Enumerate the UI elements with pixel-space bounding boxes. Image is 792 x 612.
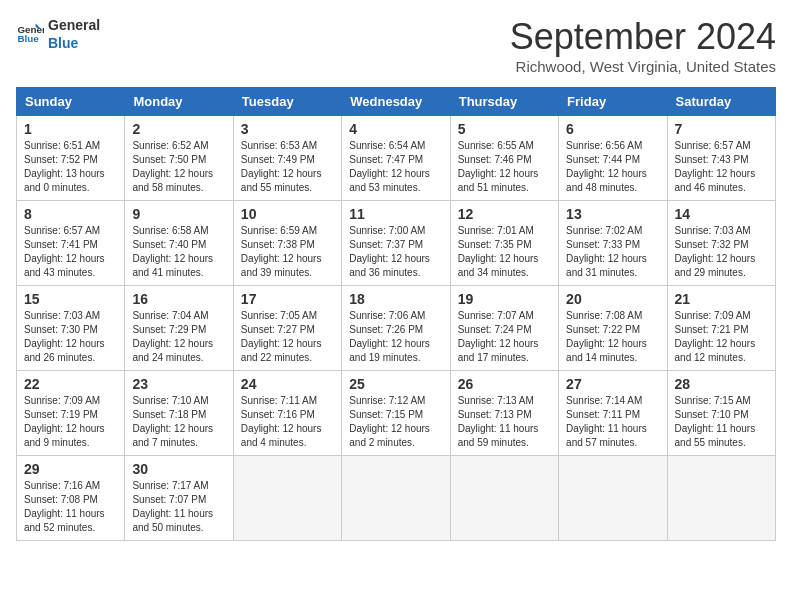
day-cell-25: 25Sunrise: 7:12 AMSunset: 7:15 PMDayligh… [342, 371, 450, 456]
day-number: 7 [675, 121, 768, 137]
day-number: 8 [24, 206, 117, 222]
day-number: 23 [132, 376, 225, 392]
day-number: 10 [241, 206, 334, 222]
day-cell-16: 16Sunrise: 7:04 AMSunset: 7:29 PMDayligh… [125, 286, 233, 371]
page-header: General Blue General Blue September 2024… [16, 16, 776, 75]
day-number: 14 [675, 206, 768, 222]
col-header-sunday: Sunday [17, 88, 125, 116]
day-detail: Sunrise: 7:01 AMSunset: 7:35 PMDaylight:… [458, 225, 539, 278]
day-cell-4: 4Sunrise: 6:54 AMSunset: 7:47 PMDaylight… [342, 116, 450, 201]
day-detail: Sunrise: 6:54 AMSunset: 7:47 PMDaylight:… [349, 140, 430, 193]
day-number: 2 [132, 121, 225, 137]
empty-cell [667, 456, 775, 541]
empty-cell [559, 456, 667, 541]
logo-line2: Blue [48, 34, 100, 52]
day-cell-2: 2Sunrise: 6:52 AMSunset: 7:50 PMDaylight… [125, 116, 233, 201]
day-detail: Sunrise: 6:59 AMSunset: 7:38 PMDaylight:… [241, 225, 322, 278]
col-header-saturday: Saturday [667, 88, 775, 116]
day-detail: Sunrise: 7:03 AMSunset: 7:30 PMDaylight:… [24, 310, 105, 363]
day-cell-14: 14Sunrise: 7:03 AMSunset: 7:32 PMDayligh… [667, 201, 775, 286]
day-detail: Sunrise: 7:14 AMSunset: 7:11 PMDaylight:… [566, 395, 647, 448]
day-cell-15: 15Sunrise: 7:03 AMSunset: 7:30 PMDayligh… [17, 286, 125, 371]
day-cell-18: 18Sunrise: 7:06 AMSunset: 7:26 PMDayligh… [342, 286, 450, 371]
day-detail: Sunrise: 6:52 AMSunset: 7:50 PMDaylight:… [132, 140, 213, 193]
day-number: 19 [458, 291, 551, 307]
day-number: 9 [132, 206, 225, 222]
day-number: 13 [566, 206, 659, 222]
day-detail: Sunrise: 6:57 AMSunset: 7:41 PMDaylight:… [24, 225, 105, 278]
day-cell-6: 6Sunrise: 6:56 AMSunset: 7:44 PMDaylight… [559, 116, 667, 201]
day-cell-7: 7Sunrise: 6:57 AMSunset: 7:43 PMDaylight… [667, 116, 775, 201]
day-detail: Sunrise: 7:08 AMSunset: 7:22 PMDaylight:… [566, 310, 647, 363]
day-detail: Sunrise: 6:53 AMSunset: 7:49 PMDaylight:… [241, 140, 322, 193]
col-header-wednesday: Wednesday [342, 88, 450, 116]
day-detail: Sunrise: 6:55 AMSunset: 7:46 PMDaylight:… [458, 140, 539, 193]
day-number: 30 [132, 461, 225, 477]
empty-cell [342, 456, 450, 541]
day-cell-21: 21Sunrise: 7:09 AMSunset: 7:21 PMDayligh… [667, 286, 775, 371]
logo-line1: General [48, 16, 100, 34]
day-cell-20: 20Sunrise: 7:08 AMSunset: 7:22 PMDayligh… [559, 286, 667, 371]
col-header-friday: Friday [559, 88, 667, 116]
day-number: 16 [132, 291, 225, 307]
empty-cell [450, 456, 558, 541]
day-cell-13: 13Sunrise: 7:02 AMSunset: 7:33 PMDayligh… [559, 201, 667, 286]
day-number: 4 [349, 121, 442, 137]
day-detail: Sunrise: 6:56 AMSunset: 7:44 PMDaylight:… [566, 140, 647, 193]
logo-icon: General Blue [16, 20, 44, 48]
day-detail: Sunrise: 7:10 AMSunset: 7:18 PMDaylight:… [132, 395, 213, 448]
day-detail: Sunrise: 7:04 AMSunset: 7:29 PMDaylight:… [132, 310, 213, 363]
day-cell-9: 9Sunrise: 6:58 AMSunset: 7:40 PMDaylight… [125, 201, 233, 286]
col-header-tuesday: Tuesday [233, 88, 341, 116]
day-cell-11: 11Sunrise: 7:00 AMSunset: 7:37 PMDayligh… [342, 201, 450, 286]
day-detail: Sunrise: 7:12 AMSunset: 7:15 PMDaylight:… [349, 395, 430, 448]
day-number: 15 [24, 291, 117, 307]
col-header-monday: Monday [125, 88, 233, 116]
day-cell-29: 29Sunrise: 7:16 AMSunset: 7:08 PMDayligh… [17, 456, 125, 541]
day-detail: Sunrise: 7:02 AMSunset: 7:33 PMDaylight:… [566, 225, 647, 278]
day-cell-27: 27Sunrise: 7:14 AMSunset: 7:11 PMDayligh… [559, 371, 667, 456]
day-detail: Sunrise: 7:15 AMSunset: 7:10 PMDaylight:… [675, 395, 756, 448]
day-detail: Sunrise: 7:09 AMSunset: 7:19 PMDaylight:… [24, 395, 105, 448]
day-cell-12: 12Sunrise: 7:01 AMSunset: 7:35 PMDayligh… [450, 201, 558, 286]
calendar-subtitle: Richwood, West Virginia, United States [510, 58, 776, 75]
day-detail: Sunrise: 7:11 AMSunset: 7:16 PMDaylight:… [241, 395, 322, 448]
day-detail: Sunrise: 6:57 AMSunset: 7:43 PMDaylight:… [675, 140, 756, 193]
day-number: 25 [349, 376, 442, 392]
day-detail: Sunrise: 6:58 AMSunset: 7:40 PMDaylight:… [132, 225, 213, 278]
day-detail: Sunrise: 6:51 AMSunset: 7:52 PMDaylight:… [24, 140, 105, 193]
day-number: 18 [349, 291, 442, 307]
day-number: 24 [241, 376, 334, 392]
day-cell-3: 3Sunrise: 6:53 AMSunset: 7:49 PMDaylight… [233, 116, 341, 201]
day-cell-19: 19Sunrise: 7:07 AMSunset: 7:24 PMDayligh… [450, 286, 558, 371]
day-number: 21 [675, 291, 768, 307]
day-number: 1 [24, 121, 117, 137]
day-number: 3 [241, 121, 334, 137]
day-number: 5 [458, 121, 551, 137]
day-cell-23: 23Sunrise: 7:10 AMSunset: 7:18 PMDayligh… [125, 371, 233, 456]
day-number: 28 [675, 376, 768, 392]
calendar-table: SundayMondayTuesdayWednesdayThursdayFrid… [16, 87, 776, 541]
col-header-thursday: Thursday [450, 88, 558, 116]
day-detail: Sunrise: 7:00 AMSunset: 7:37 PMDaylight:… [349, 225, 430, 278]
day-detail: Sunrise: 7:09 AMSunset: 7:21 PMDaylight:… [675, 310, 756, 363]
day-number: 12 [458, 206, 551, 222]
day-cell-5: 5Sunrise: 6:55 AMSunset: 7:46 PMDaylight… [450, 116, 558, 201]
day-detail: Sunrise: 7:13 AMSunset: 7:13 PMDaylight:… [458, 395, 539, 448]
day-detail: Sunrise: 7:05 AMSunset: 7:27 PMDaylight:… [241, 310, 322, 363]
day-cell-8: 8Sunrise: 6:57 AMSunset: 7:41 PMDaylight… [17, 201, 125, 286]
empty-cell [233, 456, 341, 541]
calendar-title: September 2024 [510, 16, 776, 58]
title-block: September 2024 Richwood, West Virginia, … [510, 16, 776, 75]
day-detail: Sunrise: 7:06 AMSunset: 7:26 PMDaylight:… [349, 310, 430, 363]
day-number: 17 [241, 291, 334, 307]
day-number: 11 [349, 206, 442, 222]
day-cell-22: 22Sunrise: 7:09 AMSunset: 7:19 PMDayligh… [17, 371, 125, 456]
day-cell-30: 30Sunrise: 7:17 AMSunset: 7:07 PMDayligh… [125, 456, 233, 541]
day-number: 22 [24, 376, 117, 392]
day-cell-26: 26Sunrise: 7:13 AMSunset: 7:13 PMDayligh… [450, 371, 558, 456]
logo: General Blue General Blue [16, 16, 100, 52]
day-detail: Sunrise: 7:03 AMSunset: 7:32 PMDaylight:… [675, 225, 756, 278]
day-number: 29 [24, 461, 117, 477]
day-cell-10: 10Sunrise: 6:59 AMSunset: 7:38 PMDayligh… [233, 201, 341, 286]
